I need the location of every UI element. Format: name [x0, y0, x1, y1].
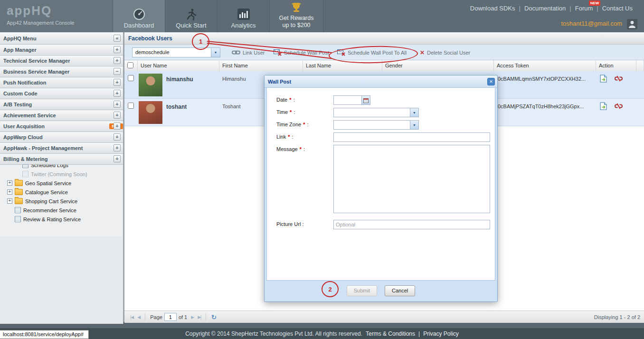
dialog-header[interactable]: Wall Post ✕ — [265, 75, 497, 88]
dropdown-arrow-icon[interactable]: ▼ — [410, 108, 419, 117]
session-icon[interactable] — [599, 75, 607, 83]
field-label-text: Link — [276, 134, 287, 140]
expand-icon[interactable]: + — [114, 79, 121, 86]
collapse-sidebar-icon[interactable]: « — [114, 35, 121, 42]
expand-icon[interactable]: + — [114, 57, 121, 64]
time-zone-select[interactable] — [333, 120, 410, 130]
tree-item-catalogue-service[interactable]: +Catalogue Service — [0, 188, 123, 197]
sidebar-section-user-acquisition[interactable]: User AcquisitionNew+ — [0, 121, 123, 132]
expand-icon[interactable]: + — [7, 198, 12, 204]
row-checkbox[interactable] — [128, 103, 134, 109]
column-header-access-token[interactable]: Access Token — [494, 60, 596, 71]
avatar — [139, 74, 162, 96]
header-link-forum[interactable]: ForumNEW — [575, 5, 593, 12]
cancel-button[interactable]: Cancel — [385, 285, 415, 296]
dropdown-arrow-icon[interactable]: ▼ — [410, 120, 419, 130]
sidebar-section-app-manager[interactable]: App Manager+ — [0, 45, 123, 56]
tree-item-label: Shopping Cart Service — [25, 198, 77, 204]
logo-text: appHQ — [7, 3, 113, 18]
user-icon[interactable] — [627, 19, 637, 29]
field-control-message — [333, 145, 490, 213]
expand-icon[interactable]: + — [114, 144, 121, 151]
expand-icon[interactable]: + — [7, 189, 12, 195]
revoke-icon[interactable] — [615, 102, 623, 110]
sidebar-section-appwarp-cloud[interactable]: AppWarp Cloud+ — [0, 132, 123, 143]
account-email[interactable]: toshant11@gmail.com — [561, 20, 622, 27]
section-label: A/B Testing — [3, 102, 123, 107]
dropdown-arrow-icon[interactable]: ▼ — [211, 48, 220, 57]
header-link-contact-us[interactable]: Contact Us — [602, 5, 633, 12]
required-asterisk: * — [288, 134, 290, 140]
tab-dashboard[interactable]: Dashboard — [113, 0, 165, 32]
tree-item-inner: +Geo Spatial Service — [6, 179, 75, 187]
expand-icon[interactable]: + — [114, 133, 121, 141]
time-select[interactable] — [333, 108, 410, 117]
column-header-gender[interactable]: Gender — [382, 60, 494, 71]
expand-icon[interactable]: + — [7, 180, 12, 186]
tree-item-review-rating-service[interactable]: Review & Rating Service — [0, 215, 123, 224]
tab-quick-start[interactable]: Quick Start — [165, 0, 217, 32]
calendar-trigger-icon[interactable] — [362, 95, 370, 105]
tab-analytics[interactable]: Analytics — [217, 0, 269, 32]
close-icon[interactable]: ✕ — [487, 78, 495, 85]
sidebar-section-push-notification[interactable]: Push Notification+ — [0, 77, 123, 88]
sidebar-section-achievement-service[interactable]: Achievement Service+ — [0, 110, 123, 121]
tree-item-geo-spatial-service[interactable]: +Geo Spatial Service — [0, 179, 123, 188]
app-select[interactable]: demoschedule▼ — [132, 47, 220, 57]
link-input[interactable] — [333, 132, 490, 142]
access-token-cell: 0cBAMjPSZATqT0zH8hek23jGGpx... — [498, 104, 596, 109]
tree-item-shopping-cart-service[interactable]: +Shopping Cart Service — [0, 197, 123, 206]
toolbar-button-delete-social-user[interactable]: ✕Delete Social User — [420, 47, 470, 57]
sidebar-section-a-b-testing[interactable]: A/B Testing+ — [0, 99, 123, 110]
first-page-icon[interactable]: |◀ — [130, 315, 133, 320]
expand-icon[interactable]: + — [114, 101, 121, 108]
sidebar-section-apphawk-project-management[interactable]: AppHawk - Project Management+ — [0, 143, 123, 154]
submit-button[interactable]: Submit — [347, 285, 377, 296]
message-input[interactable] — [333, 145, 490, 213]
access-token-cell: 0cBAMMLqmnSMY7xtOPZCXXH32... — [498, 76, 596, 82]
revoke-icon[interactable] — [615, 75, 623, 83]
section-label: Business Service Manager — [3, 69, 123, 75]
sidebar-title: AppHQ Menu — [3, 36, 123, 41]
header-tabs: DashboardQuick StartAnalyticsGet Rewards… — [113, 0, 323, 32]
tab-label: Quick Start — [176, 22, 206, 29]
column-header-user-name[interactable]: User Name — [138, 60, 219, 71]
annotation-number: 2 — [328, 286, 331, 293]
expand-icon[interactable]: + — [114, 112, 121, 119]
sidebar-section-technical-service-manager[interactable]: Technical Service Manager+ — [0, 56, 123, 66]
header-link-documentation[interactable]: Documentation — [524, 5, 566, 12]
sidebar-section-custom-code[interactable]: Custom Code+ — [0, 88, 123, 99]
collapse-icon[interactable]: − — [114, 68, 121, 75]
prev-page-icon[interactable]: ◀ — [137, 315, 140, 320]
sidebar-sections-bottom: Push Notification+Custom Code+A/B Testin… — [0, 77, 123, 165]
terms-link[interactable]: Terms & Conditions — [366, 330, 415, 337]
select-all-checkbox[interactable] — [127, 62, 133, 68]
picture-url-input[interactable] — [333, 220, 490, 229]
tab-get-rewards[interactable]: Get Rewardsup to $200 — [269, 0, 323, 32]
dialog-title: Wall Post — [268, 79, 487, 85]
header-link-download-sdks[interactable]: Download SDKs — [470, 5, 515, 12]
field-control-time-zone: ▼ — [333, 120, 419, 130]
field-label-colon: : — [291, 134, 294, 140]
page-number-input[interactable] — [164, 313, 177, 321]
expand-icon[interactable]: + — [114, 122, 121, 130]
column-header-first-name[interactable]: First Name — [219, 60, 303, 71]
tree-item-recommender-service[interactable]: Recommender Service — [0, 206, 123, 215]
expand-icon[interactable]: + — [114, 155, 121, 162]
dialog-footer: Submit Cancel — [266, 282, 495, 300]
row-checkbox[interactable] — [128, 75, 134, 81]
sidebar-section-billing-metering[interactable]: Billing & Metering+ — [0, 154, 123, 165]
refresh-icon[interactable]: ↻ — [211, 313, 217, 321]
expand-icon[interactable]: + — [114, 90, 121, 97]
date-input[interactable] — [333, 95, 362, 105]
column-header-action[interactable]: Action — [596, 60, 636, 71]
grid-icon — [15, 207, 21, 213]
tree-item-twitter-comming-soon[interactable]: Twitter (Comming Soon) — [0, 170, 123, 179]
logo[interactable]: appHQ App42 Management Console — [0, 0, 113, 32]
expand-icon[interactable]: + — [114, 46, 121, 53]
session-icon[interactable] — [599, 102, 607, 110]
last-page-icon[interactable]: ▶| — [198, 315, 201, 320]
sidebar-section-business-service-manager[interactable]: Business Service Manager− — [0, 66, 123, 77]
privacy-link[interactable]: Privacy Policy — [423, 330, 459, 337]
next-page-icon[interactable]: ▶ — [191, 315, 194, 320]
